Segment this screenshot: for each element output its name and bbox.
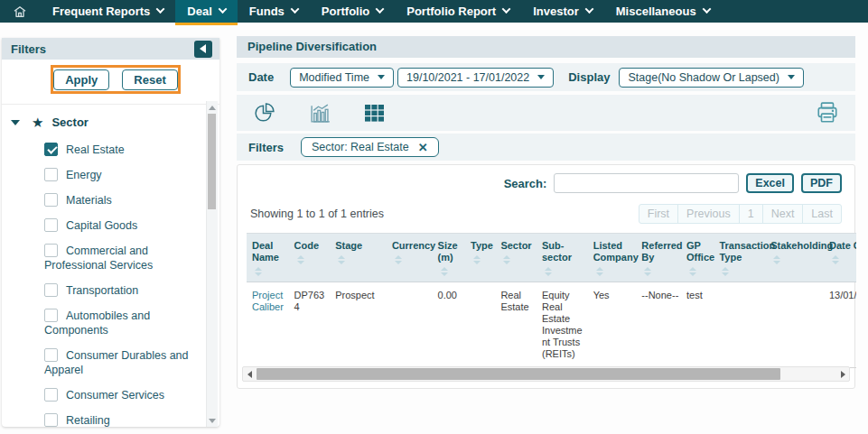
apply-button[interactable]: Apply	[53, 69, 109, 90]
sort-icon	[832, 255, 856, 264]
table-horizontal-scrollbar[interactable]	[242, 366, 850, 382]
cell-stage: Prospect	[330, 282, 387, 368]
checkbox[interactable]	[44, 348, 58, 362]
cell-sub-sector: Equity Real Estate Investment Trusts (RE…	[537, 282, 588, 368]
nav-funds[interactable]: Funds	[238, 0, 310, 23]
sort-icon	[297, 255, 331, 264]
cell-deal-name-link[interactable]: Project Caliber	[247, 282, 289, 368]
page-title: Pipeline Diversification	[237, 36, 855, 58]
list-item[interactable]: Consumer Services	[44, 388, 192, 402]
col-stakeholding[interactable]: Stakeholding	[765, 234, 824, 282]
cell-gp-office: test	[681, 282, 714, 368]
sort-icon	[473, 255, 495, 264]
list-item[interactable]: Real Estate	[44, 143, 192, 157]
list-item[interactable]: Transportation	[44, 283, 192, 298]
sort-icon	[338, 255, 387, 264]
cell-stakeholding	[765, 282, 824, 368]
reset-button[interactable]: Reset	[122, 69, 177, 90]
page-previous-button[interactable]: Previous	[677, 204, 740, 224]
date-range-dropdown[interactable]: 19/10/2021 - 17/01/2022	[397, 68, 554, 88]
filters-label: Filters	[248, 141, 284, 154]
col-referred-by[interactable]: Referred By	[636, 234, 681, 282]
col-transaction-type[interactable]: Transaction Type	[714, 234, 765, 282]
nav-portfolio[interactable]: Portfolio	[310, 0, 395, 23]
list-item[interactable]: Consumer Durables and Apparel	[44, 348, 192, 377]
col-type[interactable]: Type	[465, 234, 495, 282]
search-input[interactable]	[554, 173, 739, 193]
col-currency[interactable]: Currency	[387, 234, 433, 282]
filter-chip-text: Sector: Real Estate	[312, 141, 409, 153]
date-controls-row: Date Modified Time 19/10/2021 - 17/01/20…	[237, 63, 855, 91]
chip-remove-icon[interactable]: ✕	[418, 142, 428, 153]
sort-icon	[596, 267, 637, 276]
list-item[interactable]: Materials	[44, 193, 192, 208]
scroll-up-button[interactable]	[207, 101, 218, 114]
cell-type	[465, 282, 495, 368]
export-pdf-button[interactable]: PDF	[801, 173, 842, 193]
checkbox[interactable]	[44, 168, 58, 181]
chevron-down-icon	[156, 5, 165, 14]
list-item[interactable]: Capital Goods	[44, 218, 192, 233]
display-dropdown[interactable]: Stage(No Shadow Or Lapsed)	[619, 68, 803, 88]
list-item[interactable]: Retailing	[44, 413, 192, 427]
favorite-star-icon[interactable]: ★	[32, 116, 43, 129]
col-date-opened[interactable]: Date Opened	[824, 234, 856, 282]
page-first-button[interactable]: First	[639, 204, 678, 224]
collapse-group-icon[interactable]	[11, 120, 20, 125]
chevron-down-icon	[502, 5, 511, 14]
chevron-down-icon	[290, 5, 299, 14]
page-last-button[interactable]: Last	[802, 204, 842, 224]
nav-portfolio-report[interactable]: Portfolio Report	[395, 0, 521, 23]
scrollbar-thumb[interactable]	[257, 368, 780, 380]
list-item[interactable]: Energy	[44, 168, 192, 182]
scroll-right-button[interactable]	[836, 371, 849, 378]
col-sub-sector[interactable]: Sub-sector	[537, 234, 588, 282]
option-label: Consumer Services	[66, 389, 164, 402]
scrollbar-track[interactable]	[207, 114, 218, 414]
bar-chart-view-button[interactable]	[309, 102, 331, 125]
col-deal-name[interactable]: Deal Name	[247, 234, 289, 282]
date-type-dropdown[interactable]: Modified Time	[290, 68, 394, 88]
cell-listed-company: Yes	[588, 282, 637, 368]
checkbox[interactable]	[44, 193, 58, 207]
list-item[interactable]: Commercial and Professional Services	[44, 244, 192, 272]
checkbox[interactable]	[44, 218, 58, 232]
checkbox[interactable]	[44, 309, 58, 322]
arrow-left-icon	[247, 371, 252, 378]
checkbox[interactable]	[44, 388, 58, 402]
col-gp-office[interactable]: GP Office	[681, 234, 714, 282]
table-info-row: Showing 1 to 1 of 1 entries First Previo…	[238, 204, 854, 224]
filter-chip-sector[interactable]: Sector: Real Estate ✕	[301, 137, 439, 157]
sidebar-scrollbar[interactable]	[206, 101, 218, 427]
col-code[interactable]: Code	[289, 234, 331, 282]
home-button[interactable]	[0, 0, 41, 23]
arrow-down-icon	[209, 419, 216, 423]
sort-icon	[503, 255, 537, 264]
table-view-button[interactable]	[365, 105, 385, 122]
checkbox[interactable]	[44, 244, 58, 257]
page-next-button[interactable]: Next	[762, 204, 804, 224]
list-item[interactable]: Automobiles and Components	[44, 309, 192, 337]
col-size[interactable]: Size (m)	[433, 234, 465, 282]
scroll-left-button[interactable]	[243, 371, 256, 378]
scroll-down-button[interactable]	[207, 414, 218, 427]
print-button[interactable]	[816, 102, 839, 124]
col-sector[interactable]: Sector	[495, 234, 537, 282]
nav-frequent-reports[interactable]: Frequent Reports	[41, 0, 175, 23]
scrollbar-thumb[interactable]	[208, 114, 216, 209]
checkbox[interactable]	[44, 143, 58, 156]
nav-miscellaneous[interactable]: Miscellaneous	[604, 0, 722, 23]
nav-deal[interactable]: Deal	[175, 0, 237, 23]
collapse-panel-button[interactable]	[194, 41, 212, 58]
sort-icon	[722, 267, 765, 276]
pie-chart-view-button[interactable]	[253, 102, 275, 125]
checkbox[interactable]	[44, 283, 58, 297]
checkbox[interactable]	[44, 413, 58, 427]
col-listed-company[interactable]: Listed Company	[588, 234, 637, 282]
option-label: Transportation	[66, 284, 138, 297]
page-number-button[interactable]: 1	[739, 204, 763, 224]
export-excel-button[interactable]: Excel	[746, 173, 794, 193]
arrow-up-icon	[209, 106, 216, 110]
nav-investor[interactable]: Investor	[521, 0, 604, 23]
col-stage[interactable]: Stage	[330, 234, 387, 282]
